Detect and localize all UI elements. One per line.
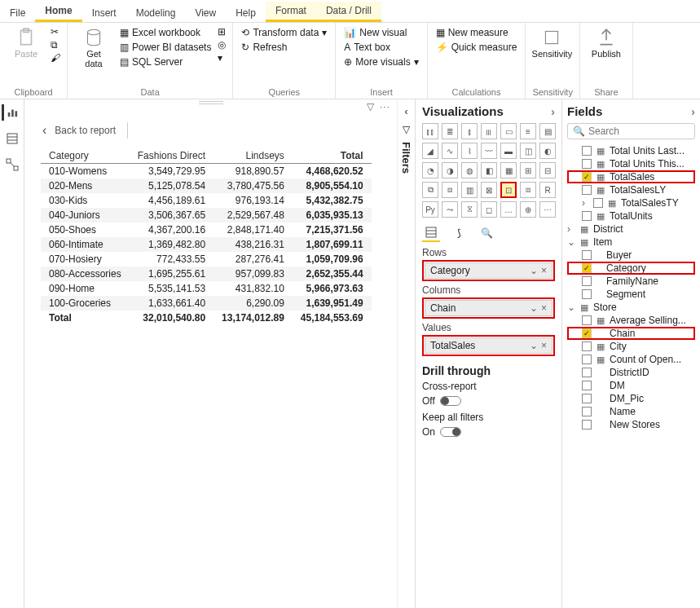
visual-type-icon[interactable]: ▦ bbox=[500, 162, 517, 178]
field-item[interactable]: DM_Pic bbox=[567, 392, 695, 405]
tab-view[interactable]: View bbox=[185, 4, 226, 22]
matrix-visual[interactable]: CategoryFashions DirectLindseysTotal 010… bbox=[41, 148, 372, 325]
rows-well[interactable]: Category ⌄× bbox=[422, 260, 555, 281]
checkbox-icon[interactable]: ✓ bbox=[582, 328, 592, 338]
expand-icon[interactable]: ⌄ bbox=[567, 302, 575, 313]
checkbox-icon[interactable] bbox=[582, 289, 592, 299]
recent-sources-icon[interactable]: ▾ bbox=[218, 52, 226, 64]
dataverse-icon[interactable]: ◎ bbox=[218, 39, 226, 51]
checkbox-icon[interactable] bbox=[582, 407, 592, 416]
checkbox-icon[interactable] bbox=[582, 420, 592, 430]
field-item[interactable]: ✓Category bbox=[567, 262, 695, 275]
collapse-fields-icon[interactable]: › bbox=[691, 104, 695, 118]
table-node[interactable]: ⌄▦Item bbox=[567, 236, 695, 249]
field-item[interactable]: DistrictID bbox=[567, 366, 695, 379]
visual-type-icon[interactable]: ⤳ bbox=[442, 201, 458, 218]
field-item[interactable]: Buyer bbox=[567, 249, 695, 262]
model-view-button[interactable] bbox=[4, 156, 20, 173]
copy-icon[interactable]: ⧉ bbox=[51, 39, 60, 51]
field-item[interactable]: ›▦TotalSalesTY bbox=[567, 196, 695, 209]
transform-data-button[interactable]: ⟲Transform data ▾ bbox=[240, 26, 328, 39]
new-measure-button[interactable]: ▦New measure bbox=[434, 26, 519, 39]
checkbox-icon[interactable] bbox=[593, 198, 603, 208]
visual-type-icon[interactable]: ◐ bbox=[539, 143, 556, 159]
visual-type-icon[interactable]: ⊠ bbox=[481, 182, 497, 198]
matrix-header[interactable]: Total bbox=[293, 148, 372, 164]
back-to-report-button[interactable]: ‹ Back to report bbox=[42, 122, 389, 139]
checkbox-icon[interactable] bbox=[582, 341, 592, 351]
enter-data-icon[interactable]: ⊞ bbox=[218, 26, 226, 37]
checkbox-icon[interactable] bbox=[582, 146, 592, 156]
visual-type-icon[interactable]: ⊞ bbox=[520, 162, 536, 178]
field-item[interactable]: ▦Total Units Last... bbox=[567, 144, 695, 157]
table-row[interactable]: 040-Juniors3,506,367.652,529,567.486,035… bbox=[41, 208, 372, 222]
format-mode-icon[interactable]: ⟆ bbox=[450, 224, 468, 242]
visual-type-icon[interactable]: 〰 bbox=[481, 143, 497, 159]
checkbox-icon[interactable] bbox=[582, 276, 592, 286]
matrix-visual-type-icon[interactable]: ⊡ bbox=[500, 182, 517, 198]
visual-type-icon[interactable]: ⧇ bbox=[520, 182, 536, 198]
cut-icon[interactable]: ✂ bbox=[51, 26, 60, 37]
drag-handle-icon[interactable] bbox=[199, 101, 223, 104]
visual-type-icon[interactable]: ◑ bbox=[442, 162, 458, 178]
table-row[interactable]: 080-Accessories1,695,255.61957,099.832,6… bbox=[41, 267, 372, 281]
values-well[interactable]: TotalSales ⌄× bbox=[422, 335, 555, 356]
visual-type-icon[interactable]: ∿ bbox=[442, 143, 458, 159]
table-row[interactable]: 070-Hosiery772,433.55287,276.411,059,709… bbox=[41, 252, 372, 267]
visual-type-icon[interactable]: ▬ bbox=[500, 143, 517, 159]
filters-pane-collapsed[interactable]: ‹ ▽ Filters bbox=[397, 99, 415, 608]
visual-type-icon[interactable]: ⫿⫿ bbox=[422, 123, 438, 139]
publish-button[interactable]: Publish bbox=[587, 26, 626, 59]
keep-filters-toggle[interactable] bbox=[440, 427, 461, 437]
table-row[interactable]: 050-Shoes4,367,200.162,848,171.407,215,3… bbox=[41, 222, 372, 237]
visual-type-icon[interactable]: ⧖ bbox=[461, 201, 478, 218]
get-data-button[interactable]: Get data bbox=[74, 26, 113, 68]
table-node[interactable]: ⌄▦Store bbox=[567, 301, 695, 314]
checkbox-icon[interactable] bbox=[582, 381, 592, 390]
visual-type-icon[interactable]: ⫿ bbox=[461, 123, 478, 139]
field-item[interactable]: FamilyNane bbox=[567, 275, 695, 288]
table-row[interactable]: 060-Intimate1,369,482.80438,216.311,807,… bbox=[41, 237, 372, 252]
fields-mode-icon[interactable] bbox=[422, 224, 440, 242]
columns-field-pill[interactable]: Chain ⌄× bbox=[425, 300, 553, 316]
paste-button[interactable]: Paste bbox=[7, 26, 46, 59]
field-item[interactable]: ▦Count of Open... bbox=[567, 353, 695, 366]
visual-type-icon[interactable]: ▤ bbox=[539, 123, 556, 139]
tab-home[interactable]: Home bbox=[35, 2, 81, 22]
analytics-mode-icon[interactable]: 🔍 bbox=[478, 224, 495, 242]
visual-type-icon[interactable]: ⊟ bbox=[539, 162, 556, 178]
matrix-header[interactable]: Fashions Direct bbox=[130, 148, 214, 164]
visual-type-icon[interactable]: ⫼ bbox=[481, 123, 497, 139]
visual-type-icon[interactable]: R bbox=[539, 182, 556, 198]
checkbox-icon[interactable] bbox=[582, 250, 592, 260]
visual-type-icon[interactable]: ▥ bbox=[461, 182, 478, 198]
visual-type-icon[interactable]: ⋯ bbox=[539, 201, 556, 218]
text-box-button[interactable]: AText box bbox=[342, 41, 420, 54]
visual-type-icon[interactable]: ⌇ bbox=[461, 143, 478, 159]
field-item[interactable]: Name bbox=[567, 405, 695, 418]
checkbox-icon[interactable] bbox=[582, 159, 592, 169]
more-visuals-button[interactable]: ⊕More visuals ▾ bbox=[342, 55, 420, 68]
format-painter-icon[interactable]: 🖌 bbox=[51, 52, 60, 64]
checkbox-icon[interactable] bbox=[582, 355, 592, 364]
refresh-button[interactable]: ↻Refresh bbox=[240, 41, 328, 54]
field-item[interactable]: ✓▦TotalSales bbox=[567, 170, 695, 183]
field-item[interactable]: Segment bbox=[567, 288, 695, 301]
expand-icon[interactable]: › bbox=[567, 223, 575, 235]
visual-type-icon[interactable]: ◻ bbox=[481, 201, 497, 218]
field-item[interactable]: ▦Total Units This... bbox=[567, 157, 695, 170]
matrix-header[interactable]: Category bbox=[41, 148, 130, 164]
table-row[interactable]: 020-Mens5,125,078.543,780,475.568,905,55… bbox=[41, 178, 372, 193]
table-row[interactable]: 100-Groceries1,633,661.406,290.091,639,9… bbox=[41, 296, 372, 311]
visual-type-icon[interactable]: ≡ bbox=[520, 123, 536, 139]
excel-workbook-button[interactable]: ▦Excel workbook bbox=[118, 26, 213, 39]
field-item[interactable]: ▦TotalSalesLY bbox=[567, 183, 695, 196]
cross-report-toggle[interactable] bbox=[440, 396, 461, 406]
field-item[interactable]: New Stores bbox=[567, 418, 695, 431]
visual-type-icon[interactable]: ⊕ bbox=[520, 201, 536, 218]
tab-file[interactable]: File bbox=[0, 4, 35, 22]
visual-type-icon[interactable]: … bbox=[500, 201, 517, 218]
collapse-viz-icon[interactable]: › bbox=[551, 104, 555, 118]
visual-type-icon[interactable]: ◔ bbox=[422, 162, 438, 178]
checkbox-icon[interactable] bbox=[582, 394, 592, 403]
